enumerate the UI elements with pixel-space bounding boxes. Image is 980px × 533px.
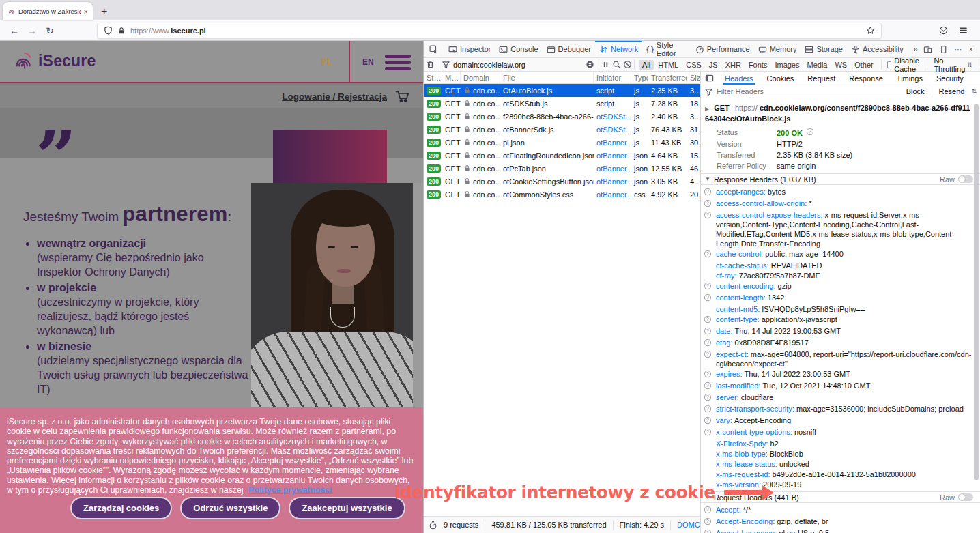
response-header-row[interactable]: X-Firefox-Spdy: h2 [704, 438, 972, 448]
clear-filter-icon[interactable] [586, 60, 594, 69]
filter-pill-xhr[interactable]: XHR [722, 60, 745, 70]
response-header-row[interactable]: content-md5: ISVHQDp8yLpS5h8SniPgIw== [704, 304, 972, 314]
clear-requests-trash-icon[interactable] [426, 60, 435, 69]
cookie-button-zarządzaj-cookies[interactable]: Zarządzaj cookies [70, 497, 172, 519]
column-header[interactable]: Transferred [648, 72, 687, 83]
initiator-text[interactable]: otBanner… [596, 177, 631, 186]
request-url-line[interactable]: ▶ GET https:// cdn.cookielaw.org/consent… [704, 101, 972, 127]
response-header-row[interactable]: x-ms-lease-status: unlocked [704, 459, 972, 469]
request-row[interactable]: 200GETcdn.co…otCookieSettingsButton.json… [424, 175, 700, 188]
response-header-row[interactable]: ?cache-control: public, max-age=14400 [704, 248, 972, 260]
filter-pill-other[interactable]: Other [851, 60, 877, 70]
request-row[interactable]: 200GETcdn.co…pl.jsonotBanner…js11.43 KB3… [424, 136, 700, 149]
resend-button[interactable]: Resend [936, 87, 968, 96]
devtools-tab-inspector[interactable]: Inspector [444, 41, 495, 57]
response-header-row[interactable]: ?accept-ranges: bytes [704, 186, 972, 198]
sidebar-toggle-icon[interactable] [701, 74, 718, 83]
response-header-row[interactable]: cf-cache-status: REVALIDATED [704, 260, 972, 270]
throttling-dropdown[interactable]: No Throttling ⇅ [929, 57, 976, 73]
request-row[interactable]: 200GETcdn.co…f2890bc8-88eb-4bac-a266-df9… [424, 110, 700, 123]
lock-icon[interactable] [117, 27, 126, 35]
cookie-button-zaakceptuj-wszystkie[interactable]: Zaakceptuj wszystkie [289, 497, 405, 519]
pause-traffic-icon[interactable] [601, 60, 610, 69]
bookmark-star-icon[interactable] [866, 26, 875, 35]
lang-switch-en[interactable]: EN [362, 57, 374, 67]
filter-pill-fonts[interactable]: Fonts [745, 60, 771, 70]
request-row[interactable]: 200GETcdn.co…otCommonStyles.cssotBanner…… [424, 188, 700, 201]
raw-toggle[interactable] [958, 493, 973, 501]
devtools-tab-network[interactable]: Network [595, 41, 642, 57]
details-tab-cookies[interactable]: Cookies [760, 72, 801, 85]
filter-pill-html[interactable]: HTML [654, 60, 682, 70]
resend-caret-icon[interactable]: ⇅ [971, 88, 977, 95]
request-row[interactable]: 200GETcdn.co…otSDKStub.jsscriptjs7.28 KB… [424, 97, 700, 110]
devtools-tab-performance[interactable]: Performance [691, 41, 754, 57]
more-tabs-button[interactable]: » [908, 44, 923, 54]
section-twisty-icon[interactable]: ▼ [705, 175, 710, 184]
response-header-row[interactable]: ?access-control-expose-headers: x-ms-req… [704, 210, 972, 248]
response-header-row[interactable]: ?access-control-allow-origin: * [704, 198, 972, 210]
browser-tab[interactable]: Doradztwo w Zakresie Ochrony Dany × [3, 2, 93, 20]
filter-pill-ws[interactable]: WS [831, 60, 850, 70]
response-header-row[interactable]: ?content-encoding: gzip [704, 280, 972, 292]
details-tab-timings[interactable]: Timings [890, 72, 929, 85]
request-header-row[interactable]: ?Accept-Encoding: gzip, deflate, br [704, 516, 972, 528]
column-header[interactable]: Initiator [594, 72, 631, 83]
column-header[interactable]: Type [631, 72, 648, 83]
request-row[interactable]: 200GETcdn.co…otFloatingRoundedIcon.jsono… [424, 149, 700, 162]
cart-icon[interactable] [395, 89, 409, 104]
initiator-text[interactable]: otSDKSt… [596, 126, 631, 134]
initiator-text[interactable]: otBanner… [596, 164, 631, 173]
block-request-icon[interactable] [623, 60, 632, 69]
devtools-close-icon[interactable]: × [969, 45, 973, 53]
devtools-tab-memory[interactable]: Memory [754, 41, 801, 57]
column-header[interactable]: File [500, 72, 594, 83]
login-register-link[interactable]: Logowanie / Rejestracja [282, 91, 387, 102]
cookie-button-odrzuć-wszystkie[interactable]: Odrzuć wszystkie [180, 497, 280, 519]
filter-pill-media[interactable]: Media [803, 60, 831, 70]
response-header-row[interactable]: ?expires: Thu, 14 Jul 2022 23:00:53 GMT [704, 369, 972, 380]
details-tab-response[interactable]: Response [842, 72, 890, 85]
response-header-row[interactable]: ?last-modified: Tue, 12 Oct 2021 14:48:1… [704, 380, 972, 392]
request-row[interactable]: 200GETcdn.co…otPcTab.jsonotBanner…json12… [424, 162, 700, 175]
column-header[interactable]: Domain [461, 72, 500, 83]
shield-icon[interactable] [104, 26, 113, 35]
details-tab-headers[interactable]: Headers [718, 72, 760, 85]
back-button[interactable]: ← [5, 25, 23, 36]
site-logo[interactable]: iSecure [12, 50, 96, 72]
request-header-row[interactable]: ?Accept: */* [704, 504, 972, 516]
app-menu-icon[interactable] [959, 26, 968, 35]
filter-pill-css[interactable]: CSS [682, 60, 705, 70]
devtools-tab-style-editor[interactable]: { }Style Editor [642, 41, 691, 57]
response-header-row[interactable]: cf-ray: 72ac80f79f5a7b87-DME [704, 270, 972, 280]
filter-headers-input[interactable] [717, 87, 899, 96]
url-filter-box[interactable] [439, 60, 596, 69]
site-menu-icon[interactable] [385, 55, 411, 73]
initiator-text[interactable]: otSDKSt… [596, 113, 631, 121]
column-header[interactable]: M… [442, 72, 461, 83]
pocket-icon[interactable] [939, 26, 948, 35]
request-header-row[interactable]: ?Accept-Language: pl,en-US;q=0.5 [704, 528, 972, 533]
raw-toggle[interactable] [958, 175, 973, 183]
response-header-row[interactable]: ?content-length: 1342 [704, 292, 972, 304]
response-header-row[interactable]: ?x-content-type-options: nosniff [704, 427, 972, 438]
initiator-text[interactable]: otBanner… [596, 139, 631, 147]
devtools-tab-debugger[interactable]: Debugger [543, 41, 595, 57]
filter-pill-all[interactable]: All [639, 60, 654, 70]
url-bar[interactable]: https://www. isecure.pl [97, 23, 882, 39]
new-tab-button[interactable]: + [101, 3, 107, 20]
response-header-row[interactable]: ?etag: 0x8D98D8F4F819517 [704, 337, 972, 349]
separate-window-icon[interactable] [939, 45, 948, 54]
pick-element-icon[interactable] [424, 45, 444, 54]
tab-close-icon[interactable]: × [84, 8, 88, 16]
details-tab-security[interactable]: Security [929, 72, 970, 85]
response-header-row[interactable]: x-ms-request-id: b4952d0e-a01e-0014-2132… [704, 469, 972, 479]
collapse-twisty-icon[interactable]: ▶ [705, 106, 709, 112]
response-header-row[interactable]: ?server: cloudflare [704, 392, 972, 403]
response-headers-section[interactable]: ▼ Response Headers (1.037 KB) Raw [701, 173, 980, 185]
devtools-tab-accessibility[interactable]: Accessibility [847, 41, 908, 57]
column-header[interactable]: St… [424, 72, 442, 83]
initiator-text[interactable]: otBanner… [596, 190, 631, 199]
scrollbar-thumb[interactable] [974, 104, 979, 480]
response-header-row[interactable]: ?date: Thu, 14 Jul 2022 19:00:53 GMT [704, 326, 972, 337]
